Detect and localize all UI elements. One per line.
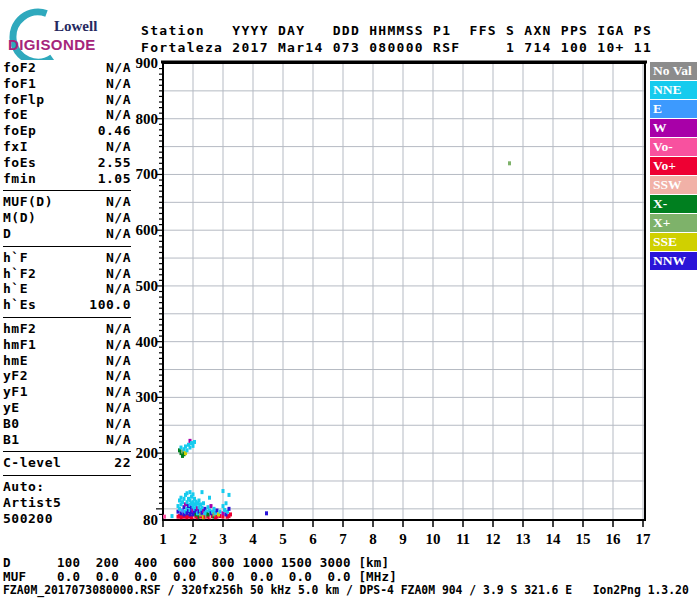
x-axis-label: 16 bbox=[606, 531, 622, 547]
param-label: yE bbox=[3, 400, 20, 416]
param-row-hme: hmEN/A bbox=[3, 353, 131, 369]
param-label: foEp bbox=[3, 123, 36, 139]
param-row-hmf2: hmF2N/A bbox=[3, 321, 131, 337]
echo-point bbox=[183, 497, 186, 501]
param-row-b1: B1N/A bbox=[3, 432, 131, 448]
legend-item-x+: X+ bbox=[650, 214, 697, 232]
param-label: hmF1 bbox=[3, 337, 36, 353]
param-label: MUF(D) bbox=[3, 194, 53, 210]
echo-point bbox=[207, 512, 210, 516]
x-axis-label: 1 bbox=[159, 531, 167, 547]
echo-point bbox=[193, 440, 196, 444]
echo-point bbox=[180, 496, 183, 500]
param-label: hmF2 bbox=[3, 321, 36, 337]
param-label: foE bbox=[3, 107, 28, 123]
muf-row: MUF 0.0 0.0 0.0 0.0 0.0 0.0 0.0 0.0 [MHz… bbox=[3, 570, 689, 584]
legend-item-sse: SSE bbox=[650, 233, 697, 251]
echo-point bbox=[202, 501, 205, 505]
legend-item-ssw: SSW bbox=[650, 176, 697, 194]
echo-point bbox=[180, 446, 183, 450]
param-row-foe: foEN/A bbox=[3, 107, 131, 123]
echo-point bbox=[229, 512, 232, 516]
logo-digisonde-text: DIGISONDE bbox=[8, 36, 96, 53]
echo-point bbox=[216, 509, 219, 513]
param-label: B1 bbox=[3, 432, 20, 448]
echo-point bbox=[201, 490, 204, 494]
param-label: foF1 bbox=[3, 76, 36, 92]
param-separator bbox=[3, 317, 131, 318]
legend-item-vo+: Vo+ bbox=[650, 157, 697, 175]
param-separator bbox=[3, 190, 131, 191]
echo-point bbox=[192, 492, 195, 496]
y-axis-label: 900 bbox=[136, 55, 159, 71]
param-row-md: M(D)N/A bbox=[3, 210, 131, 226]
echo-point bbox=[178, 507, 181, 511]
axis-ticks bbox=[156, 69, 643, 527]
param-separator bbox=[3, 451, 131, 452]
y-axis-label: 800 bbox=[136, 111, 159, 127]
legend-item-w: W bbox=[650, 119, 697, 137]
param-row-fof1: foF1N/A bbox=[3, 76, 131, 92]
echo-point bbox=[186, 448, 189, 452]
param-separator bbox=[3, 475, 131, 476]
param-label: M(D) bbox=[3, 210, 36, 226]
param-label: yF2 bbox=[3, 368, 28, 384]
x-axis-label: 14 bbox=[546, 531, 562, 547]
legend-item-vo-: Vo- bbox=[650, 138, 697, 156]
param-label: foF2 bbox=[3, 60, 36, 76]
echo-point bbox=[222, 489, 225, 493]
plot-frame bbox=[161, 62, 647, 520]
param-label: B0 bbox=[3, 416, 20, 432]
param-label: foFlp bbox=[3, 92, 45, 108]
echo-points bbox=[163, 161, 511, 519]
autoscaling-info: Auto: bbox=[3, 479, 131, 495]
echo-point bbox=[223, 508, 226, 512]
param-row-mufd: MUF(D)N/A bbox=[3, 194, 131, 210]
echo-point bbox=[171, 514, 174, 518]
param-label: yF1 bbox=[3, 384, 28, 400]
param-row-hes: h`Es100.0 bbox=[3, 297, 131, 313]
param-row-foes: foEs2.55 bbox=[3, 155, 131, 171]
distance-row: D 100 200 400 600 800 1000 1500 3000 [km… bbox=[3, 556, 689, 570]
x-axis-label: 12 bbox=[486, 531, 501, 547]
param-label: h`F bbox=[3, 250, 28, 266]
y-axis-label: 300 bbox=[136, 389, 159, 405]
param-row-foflp: foFlpN/A bbox=[3, 92, 131, 108]
echo-point bbox=[189, 446, 192, 450]
param-label: C-level bbox=[3, 455, 61, 471]
echo-point bbox=[184, 444, 187, 448]
legend-item-x-: X- bbox=[650, 195, 697, 213]
param-separator bbox=[3, 246, 131, 247]
param-label: foEs bbox=[3, 155, 36, 171]
x-axis-label: 9 bbox=[399, 531, 407, 547]
y-axis-label: 500 bbox=[136, 278, 159, 294]
param-row-he: h`EN/A bbox=[3, 281, 131, 297]
digisonde-logo: Lowell DIGISONDE bbox=[2, 4, 122, 58]
y-axis-label: 80 bbox=[143, 512, 158, 528]
param-row-clevel: C-level22 bbox=[3, 455, 131, 471]
param-row-b0: B0N/A bbox=[3, 416, 131, 432]
param-row-fxi: fxIN/A bbox=[3, 139, 131, 155]
param-label: fmin bbox=[3, 171, 36, 187]
param-row-hmf1: hmF1N/A bbox=[3, 337, 131, 353]
header-column-labels: Station YYYY DAY DDD HHMMSS P1 FFS S AXN… bbox=[141, 22, 652, 39]
echo-point bbox=[228, 507, 231, 511]
param-label: h`F2 bbox=[3, 266, 36, 282]
param-row-fmin: fmin1.05 bbox=[3, 171, 131, 187]
param-label: hmE bbox=[3, 353, 28, 369]
echo-point bbox=[219, 510, 222, 514]
param-label: h`Es bbox=[3, 297, 36, 313]
logo-lowell-text: Lowell bbox=[54, 18, 97, 35]
param-row-ye: yEN/A bbox=[3, 400, 131, 416]
param-row-fof2: foF2N/A bbox=[3, 60, 131, 76]
autoscaling-info: 500200 bbox=[3, 511, 131, 527]
x-axis-label: 4 bbox=[249, 531, 257, 547]
echo-color-legend: No ValNNEEWVo-Vo+SSWX-X+SSENNW bbox=[650, 62, 697, 271]
echo-point bbox=[225, 501, 228, 505]
echo-point bbox=[192, 444, 195, 448]
bottom-status-block: D 100 200 400 600 800 1000 1500 3000 [km… bbox=[3, 556, 689, 598]
echo-point bbox=[208, 496, 211, 500]
y-axis-label: 600 bbox=[136, 222, 159, 238]
legend-item-noval: No Val bbox=[650, 62, 697, 80]
echo-point bbox=[228, 493, 231, 497]
